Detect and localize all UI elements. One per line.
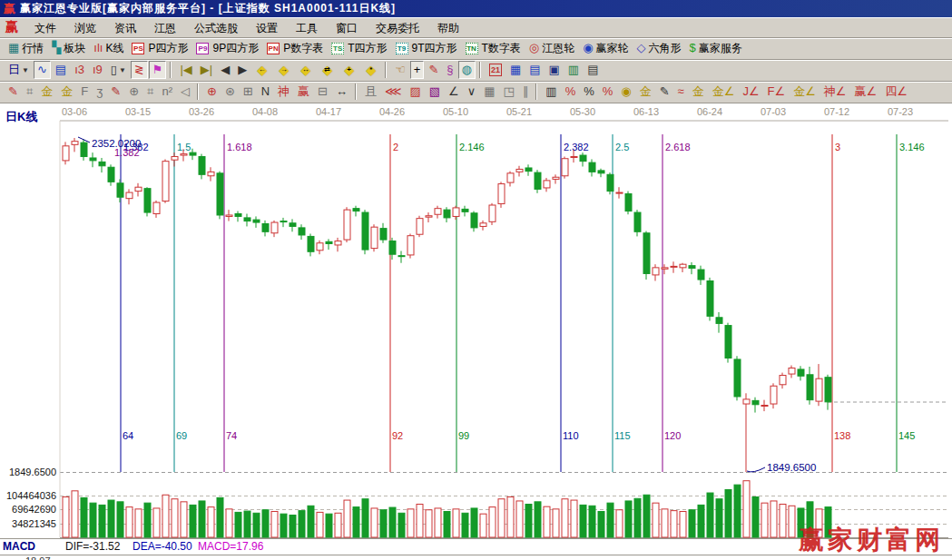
fan-box-tool[interactable]: ▨ bbox=[407, 83, 425, 101]
shen-grid-tool[interactable]: 神 bbox=[274, 83, 293, 101]
grid-box-tool[interactable]: ▦ bbox=[480, 83, 498, 101]
last-page-button[interactable]: ▶| bbox=[197, 61, 216, 79]
percent-tool[interactable]: % bbox=[580, 83, 598, 101]
crosshair-tool-button[interactable]: + bbox=[410, 61, 425, 79]
gold-grid-tool[interactable]: 金 bbox=[37, 83, 56, 101]
zoom-horizontal-button[interactable]: ◆↔ bbox=[295, 61, 316, 79]
j-angle-tool[interactable]: J∠ bbox=[739, 83, 762, 101]
gold-angle2-tool[interactable]: 金∠ bbox=[790, 83, 820, 101]
t-square-button[interactable]: TST四方形 bbox=[328, 39, 390, 57]
candle-body bbox=[734, 359, 741, 397]
ying-angle-tool[interactable]: 赢∠ bbox=[850, 83, 880, 101]
grid-arrow-tool[interactable]: ◳ bbox=[500, 83, 518, 101]
expand-all-button[interactable]: ◆* bbox=[360, 61, 381, 79]
print-button[interactable]: ▤ bbox=[584, 61, 602, 79]
gann-wheel-button[interactable]: ◎江恩轮 bbox=[525, 39, 578, 57]
angle-lines-tool[interactable]: ∠ bbox=[445, 83, 463, 101]
angle-lines-icon: ∠ bbox=[448, 84, 459, 100]
ruler-123-tool[interactable]: ⊟ bbox=[314, 83, 331, 101]
web-tool[interactable]: ⊛ bbox=[221, 83, 239, 101]
zigzag-button[interactable]: ≷ bbox=[131, 61, 148, 79]
pen-grid-tool[interactable]: ✎ bbox=[107, 83, 124, 101]
compress-horizontal-button[interactable]: ◆⇄ bbox=[317, 61, 338, 79]
f-angle-tool[interactable]: F∠ bbox=[764, 83, 790, 101]
volume-bar bbox=[653, 503, 659, 537]
n2-grid-tool[interactable]: n² bbox=[158, 83, 176, 101]
p-square-button[interactable]: PSP四方形 bbox=[128, 39, 191, 57]
notes-button[interactable]: ▤ bbox=[525, 61, 544, 79]
calendar-21-button[interactable]: 21 bbox=[486, 61, 505, 79]
sectors-button[interactable]: ▚板块 bbox=[48, 39, 89, 57]
menu-item-9[interactable]: 交易委托 bbox=[367, 19, 428, 37]
triangle-tool[interactable]: ◁ bbox=[177, 83, 193, 101]
period-day-dropdown[interactable]: 日▼ bbox=[5, 61, 33, 79]
circle-grid-tool[interactable]: ⊕ bbox=[125, 83, 142, 101]
menu-item-3[interactable]: 资讯 bbox=[105, 19, 145, 37]
info-card-button[interactable]: ▤ bbox=[52, 61, 70, 79]
fan-box2-tool[interactable]: ▧ bbox=[426, 83, 444, 101]
trend-wave-button[interactable]: ∿ bbox=[34, 61, 51, 79]
si-angle-tool[interactable]: 四∠ bbox=[881, 83, 911, 101]
pen-tool[interactable]: ✎ bbox=[5, 83, 22, 101]
flag-button[interactable]: ⚑ bbox=[149, 61, 167, 79]
indicator-name[interactable]: MACD bbox=[3, 540, 35, 553]
span-tool[interactable]: ↔ bbox=[332, 83, 351, 101]
pan-right-button[interactable]: ◆→ bbox=[273, 61, 294, 79]
gold-circle-tool[interactable]: ◉ bbox=[617, 83, 634, 101]
bars-9-button[interactable]: ı9 bbox=[89, 61, 106, 79]
compress-all-button[interactable]: ◆+ bbox=[339, 61, 359, 79]
grid-tool[interactable]: ⌗ bbox=[23, 83, 36, 101]
kline-button[interactable]: ılıK线 bbox=[90, 39, 127, 57]
t-table-button[interactable]: TNT数字表 bbox=[462, 39, 525, 57]
pillar-tool[interactable]: 且 bbox=[361, 83, 380, 101]
ink-pen-tool[interactable]: ✎ bbox=[656, 83, 673, 101]
gold-grid2-tool[interactable]: 金 bbox=[57, 83, 76, 101]
web-box-tool[interactable]: ⊞ bbox=[240, 83, 257, 101]
next-candle-button[interactable]: ▶ bbox=[234, 61, 250, 79]
v-lines-tool[interactable]: ∨ bbox=[464, 83, 480, 101]
p-table-button[interactable]: PNP数字表 bbox=[263, 39, 327, 57]
parallel-tool[interactable]: ∥ bbox=[519, 83, 533, 101]
menu-item-10[interactable]: 帮助 bbox=[428, 19, 468, 37]
shen-angle-tool[interactable]: 神∠ bbox=[820, 83, 850, 101]
menu-item-8[interactable]: 窗口 bbox=[327, 19, 367, 37]
candle-style-dropdown[interactable]: ▯▼ bbox=[107, 61, 130, 79]
globe-grid-button[interactable]: ◍ bbox=[458, 61, 476, 79]
coil-tool[interactable]: ʒ bbox=[93, 83, 106, 101]
bars-3-button[interactable]: ı3 bbox=[71, 61, 88, 79]
percent-retrace-tool[interactable]: % bbox=[562, 83, 580, 101]
elliott-wave-tool[interactable]: N bbox=[258, 83, 273, 101]
gold-angle-tool[interactable]: 金∠ bbox=[709, 83, 739, 101]
snapshot-button[interactable]: ▥ bbox=[564, 61, 583, 79]
circle-cross-tool[interactable]: ⊕ bbox=[203, 83, 221, 101]
calculator-button[interactable]: ▦ bbox=[506, 61, 525, 79]
quotes-button[interactable]: ▦行情 bbox=[5, 39, 47, 57]
hexagon-button[interactable]: ◇六角形 bbox=[633, 39, 685, 57]
menu-item-7[interactable]: 工具 bbox=[287, 19, 327, 37]
prev-candle-button[interactable]: ◀ bbox=[217, 61, 233, 79]
gold-line-tool[interactable]: 金 bbox=[636, 83, 655, 101]
ying-grid-tool[interactable]: 赢 bbox=[294, 83, 313, 101]
menu-item-5[interactable]: 公式选股 bbox=[185, 19, 247, 37]
wave-band-tool[interactable]: ≈ bbox=[674, 83, 688, 101]
9p-square-button[interactable]: P99P四方形 bbox=[192, 39, 262, 57]
menu-item-2[interactable]: 浏览 bbox=[65, 19, 105, 37]
gold-line2-tool[interactable]: 金 bbox=[689, 83, 708, 101]
pan-left-button[interactable]: ◆← bbox=[251, 61, 272, 79]
first-page-button[interactable]: |◀ bbox=[176, 61, 195, 79]
menu-item-4[interactable]: 江恩 bbox=[145, 19, 185, 37]
percent-line-tool[interactable]: % bbox=[599, 83, 617, 101]
menu-item-1[interactable]: 文件 bbox=[25, 19, 65, 37]
angle-pen-button[interactable]: ✎ bbox=[425, 61, 442, 79]
price-scale-tool[interactable]: ▥ bbox=[542, 83, 560, 101]
dense-grid-tool[interactable]: ⌗ bbox=[143, 83, 157, 101]
menu-item-6[interactable]: 设置 bbox=[247, 19, 287, 37]
save-button[interactable]: ▣ bbox=[545, 61, 564, 79]
ribbon-tool-button[interactable]: § bbox=[443, 61, 456, 79]
f-grid-tool[interactable]: F bbox=[77, 83, 92, 101]
9t-square-button[interactable]: T99T四方形 bbox=[392, 39, 461, 57]
hand-tool-button[interactable]: ☜ bbox=[391, 61, 409, 79]
winner-wheel-button[interactable]: ◉赢家轮 bbox=[579, 39, 632, 57]
winner-service-button[interactable]: $赢家服务 bbox=[686, 39, 746, 57]
fan-lines-tool[interactable]: ⋘ bbox=[381, 83, 406, 101]
